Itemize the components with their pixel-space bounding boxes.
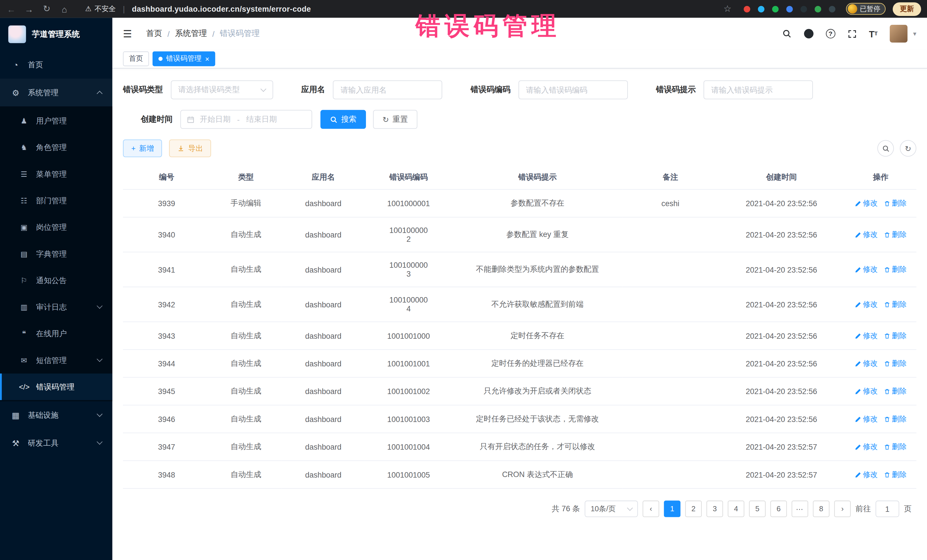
page-ellipsis[interactable]: ⋯ xyxy=(792,501,808,517)
cell-app: dashboard xyxy=(281,433,365,460)
forward-icon[interactable]: → xyxy=(24,4,34,14)
page-button-5[interactable]: 5 xyxy=(749,501,766,517)
security-indicator[interactable]: ⚠ 不安全 xyxy=(85,4,115,14)
bookmark-star-icon[interactable]: ☆ xyxy=(722,3,733,14)
sidebar-item-audit-log[interactable]: ▥ 审计日志 xyxy=(0,294,112,320)
sidebar-item-home[interactable]: ◔ 首页 xyxy=(0,51,112,78)
page-button-2[interactable]: 2 xyxy=(685,501,702,517)
delete-link[interactable]: 删除 xyxy=(884,414,907,424)
sidebar-item-online-users[interactable]: ❝ 在线用户 xyxy=(0,320,112,347)
refresh-table-button[interactable]: ↻ xyxy=(900,140,916,156)
error-code-icon: </> xyxy=(19,382,29,391)
sidebar-item-notice-management[interactable]: ⚐ 通知公告 xyxy=(0,267,112,294)
cell-type: 自动生成 xyxy=(210,461,281,489)
edit-link[interactable]: 修改 xyxy=(854,414,878,424)
delete-link[interactable]: 删除 xyxy=(884,229,907,240)
search-icon[interactable] xyxy=(782,29,792,38)
sidebar: 芋道管理系统 ◔ 首页 ⚙ 系统管理 ♟ 用户管理 ♞ 角色管理 ☰ 菜单管理 … xyxy=(0,18,112,560)
delete-link[interactable]: 删除 xyxy=(884,386,907,396)
breadcrumb-home[interactable]: 首页 xyxy=(146,28,162,39)
page-button-6[interactable]: 6 xyxy=(770,501,787,517)
cell-hint: 只有开启状态的任务，才可以修改 xyxy=(452,433,623,460)
extension-icon[interactable] xyxy=(772,6,778,12)
delete-link[interactable]: 删除 xyxy=(884,442,907,452)
error-hint-input[interactable] xyxy=(704,80,813,99)
delete-link[interactable]: 删除 xyxy=(884,331,907,341)
sidebar-item-devtools[interactable]: ⚒ 研发工具 xyxy=(0,429,112,457)
edit-link[interactable]: 修改 xyxy=(854,198,878,208)
extension-icon[interactable] xyxy=(786,6,793,12)
extension-icon[interactable] xyxy=(743,6,750,12)
delete-link[interactable]: 删除 xyxy=(884,358,907,369)
browser-home-icon[interactable]: ⌂ xyxy=(59,4,70,14)
edit-link[interactable]: 修改 xyxy=(854,358,878,369)
extension-icon[interactable] xyxy=(828,6,835,12)
back-icon[interactable]: ← xyxy=(6,4,17,14)
sidebar-collapse-icon[interactable]: ☰ xyxy=(123,27,132,40)
sidebar-item-system-management[interactable]: ⚙ 系统管理 xyxy=(0,79,112,106)
logo-image xyxy=(8,25,26,43)
prev-page-button[interactable]: ‹ xyxy=(643,501,659,517)
sidebar-item-error-code-management[interactable]: </> 错误码管理 xyxy=(0,373,112,400)
sidebar-item-role-management[interactable]: ♞ 角色管理 xyxy=(0,134,112,161)
edit-link[interactable]: 修改 xyxy=(854,299,878,310)
trash-icon xyxy=(884,266,890,273)
page-size-select[interactable]: 10条/页 xyxy=(585,501,638,517)
address-bar[interactable]: dashboard.yudao.iocoder.cn/system/error-… xyxy=(132,5,311,14)
caret-down-icon[interactable]: ▾ xyxy=(913,30,916,38)
edit-link[interactable]: 修改 xyxy=(854,442,878,452)
tab-close-icon[interactable]: × xyxy=(205,55,209,62)
export-button[interactable]: 导出 xyxy=(169,140,211,157)
fullscreen-icon[interactable] xyxy=(848,29,857,38)
extension-icon[interactable] xyxy=(758,6,764,12)
edit-link[interactable]: 修改 xyxy=(854,386,878,396)
sidebar-item-sms-management[interactable]: ✉ 短信管理 xyxy=(0,347,112,373)
error-code-type-select[interactable]: 请选择错误码类型 xyxy=(170,80,273,99)
breadcrumb-system[interactable]: 系统管理 xyxy=(175,28,207,39)
sidebar-item-menu-management[interactable]: ☰ 菜单管理 xyxy=(0,161,112,187)
reset-button[interactable]: ↻ 重置 xyxy=(373,110,417,129)
error-code-input[interactable] xyxy=(518,80,628,99)
page-button-1[interactable]: 1 xyxy=(664,501,681,517)
page-button-8[interactable]: 8 xyxy=(813,501,830,517)
extension-icon[interactable] xyxy=(815,6,821,12)
create-time-range-picker[interactable]: 开始日期 - 结束日期 xyxy=(180,110,312,129)
screenshot-root: 错误码管理 ← → ↻ ⌂ ⚠ 不安全 | dashboard.yudao.io… xyxy=(0,0,927,560)
edit-link[interactable]: 修改 xyxy=(854,331,878,341)
extension-icon[interactable] xyxy=(800,6,807,12)
app-logo[interactable]: 芋道管理系统 xyxy=(0,18,112,51)
delete-link[interactable]: 删除 xyxy=(884,299,907,310)
reload-icon[interactable]: ↻ xyxy=(41,3,52,14)
tab-error-code-management[interactable]: 错误码管理 × xyxy=(153,51,215,66)
sidebar-item-infrastructure[interactable]: ▦ 基础设施 xyxy=(0,401,112,429)
help-icon[interactable]: ? xyxy=(826,29,835,38)
sidebar-item-post-management[interactable]: ▣ 岗位管理 xyxy=(0,214,112,240)
cell-id: 3939 xyxy=(123,189,210,217)
sms-icon: ✉ xyxy=(19,356,29,365)
main-area: ☰ 首页 / 系统管理 / 错误码管理 ? xyxy=(112,18,927,560)
pencil-icon xyxy=(854,388,861,395)
add-button[interactable]: + 新增 xyxy=(123,140,162,157)
page-button-3[interactable]: 3 xyxy=(707,501,723,517)
toggle-search-button[interactable] xyxy=(877,140,894,156)
sidebar-item-department-management[interactable]: ☷ 部门管理 xyxy=(0,187,112,214)
next-page-button[interactable]: › xyxy=(834,501,851,517)
tab-home[interactable]: 首页 xyxy=(123,51,149,66)
delete-link[interactable]: 删除 xyxy=(884,470,907,480)
github-icon[interactable] xyxy=(804,29,813,38)
app-name-input[interactable] xyxy=(333,80,442,99)
sidebar-item-dict-management[interactable]: ▤ 字典管理 xyxy=(0,241,112,267)
font-size-icon[interactable]: TT xyxy=(869,29,877,39)
browser-update-button[interactable]: 更新 xyxy=(893,2,921,16)
goto-page-input[interactable] xyxy=(876,501,899,517)
sidebar-item-user-management[interactable]: ♟ 用户管理 xyxy=(0,108,112,134)
search-button[interactable]: 搜索 xyxy=(320,110,366,129)
edit-link[interactable]: 修改 xyxy=(854,229,878,240)
delete-link[interactable]: 删除 xyxy=(884,198,907,208)
edit-link[interactable]: 修改 xyxy=(854,470,878,480)
delete-link[interactable]: 删除 xyxy=(884,265,907,275)
page-button-4[interactable]: 4 xyxy=(728,501,744,517)
profile-paused-badge[interactable]: 已暂停 xyxy=(846,3,886,15)
edit-link[interactable]: 修改 xyxy=(854,265,878,275)
user-avatar[interactable] xyxy=(890,25,907,42)
